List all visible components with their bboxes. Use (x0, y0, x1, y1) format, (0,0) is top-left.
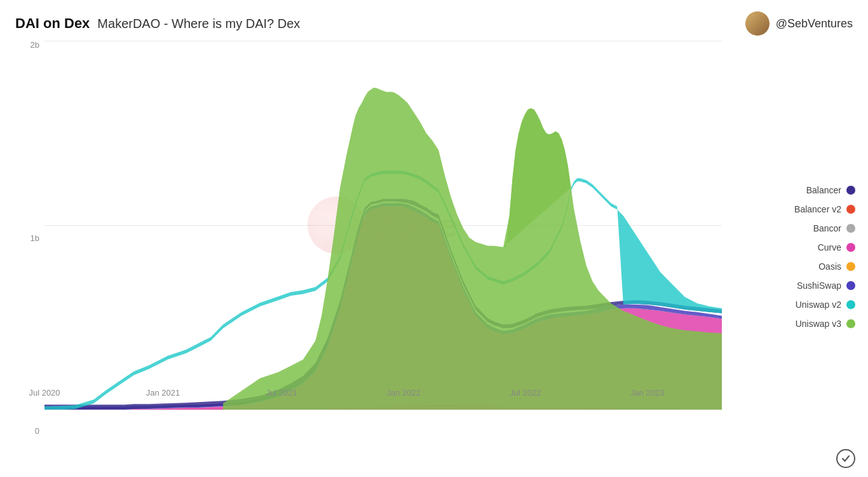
x-label-5: Jan 2023 (630, 388, 665, 398)
x-axis: Jul 2020 Jan 2021 Jul 2021 Jan 2022 Jul … (44, 384, 722, 410)
legend-dot-bancor (846, 224, 855, 233)
y-axis: 2b 1b 0 (13, 41, 44, 435)
grid-line-bottom (44, 410, 722, 410)
checkmark-badge (836, 449, 855, 468)
legend-label-uniswap-v2: Uniswap v2 (796, 300, 841, 310)
y-label-mid: 1b (31, 234, 39, 242)
chart-svg (44, 41, 722, 410)
legend-dot-oasis (846, 262, 855, 271)
header-left: DAI on Dex MakerDAO - Where is my DAI? D… (15, 15, 300, 32)
chart-plot: Dune (44, 41, 722, 410)
y-label-top: 2b (31, 41, 39, 49)
avatar (745, 11, 770, 36)
chart-container: 2b 1b 0 Dune (0, 41, 868, 467)
header-right: @SebVentures (745, 11, 853, 36)
legend-label-balancer: Balancer (806, 185, 841, 195)
legend-label-balancer-v2: Balancer v2 (794, 204, 841, 214)
legend-label-oasis: Oasis (818, 261, 841, 272)
legend-item-uniswap-v2: Uniswap v2 (741, 300, 855, 310)
legend-label-curve: Curve (818, 242, 841, 252)
legend-item-sushiswap: SushiSwap (741, 280, 855, 291)
avatar-image (745, 11, 770, 36)
legend-item-curve: Curve (741, 242, 855, 252)
legend-dot-curve (846, 243, 855, 252)
username: @SebVentures (776, 17, 853, 31)
legend-label-bancor: Bancor (813, 223, 841, 233)
x-label-4: Jul 2022 (510, 388, 541, 398)
page-title-bold: DAI on Dex (15, 15, 90, 32)
x-label-0: Jul 2020 (29, 388, 60, 398)
page-subtitle: MakerDAO - Where is my DAI? Dex (97, 17, 300, 31)
checkmark-icon (841, 453, 851, 464)
legend-label-uniswap-v3: Uniswap v3 (796, 319, 841, 329)
x-label-3: Jan 2022 (386, 388, 421, 398)
legend-label-sushiswap: SushiSwap (797, 280, 841, 291)
chart-legend: Balancer Balancer v2 Bancor Curve Oasis … (728, 41, 855, 460)
x-label-1: Jan 2021 (146, 388, 180, 398)
legend-item-balancer-v2: Balancer v2 (741, 204, 855, 214)
legend-item-oasis: Oasis (741, 261, 855, 272)
x-label-2: Jul 2021 (266, 388, 297, 398)
legend-item-bancor: Bancor (741, 223, 855, 233)
legend-dot-uniswap-v2 (846, 300, 855, 309)
legend-dot-sushiswap (846, 281, 855, 290)
legend-dot-uniswap-v3 (846, 319, 855, 328)
legend-item-uniswap-v3: Uniswap v3 (741, 319, 855, 329)
y-label-bottom: 0 (35, 427, 39, 435)
page-header: DAI on Dex MakerDAO - Where is my DAI? D… (0, 0, 868, 41)
legend-dot-balancer (846, 186, 855, 195)
area-uniswap-v3 (223, 88, 722, 410)
chart-area: 2b 1b 0 Dune (13, 41, 728, 460)
legend-dot-balancer-v2 (846, 205, 855, 214)
legend-item-balancer: Balancer (741, 185, 855, 195)
